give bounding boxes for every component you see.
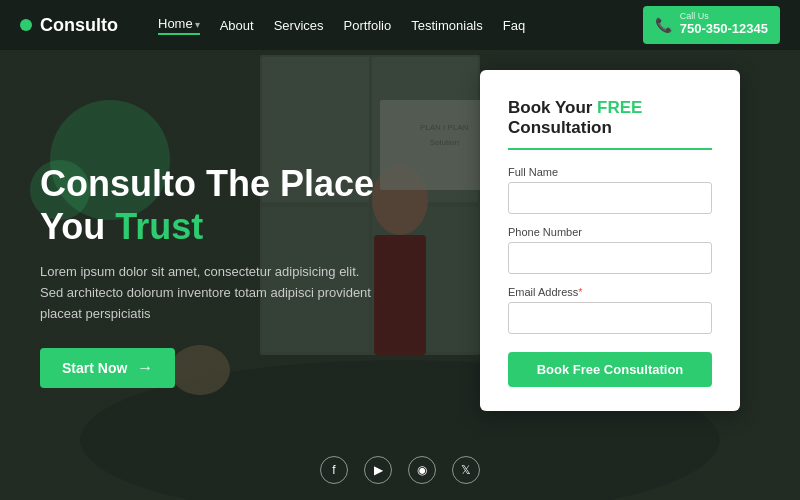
- card-title-prefix: Book Your: [508, 98, 597, 117]
- nav-portfolio[interactable]: Portfolio: [344, 18, 392, 33]
- email-group: Email Address*: [508, 286, 712, 334]
- arrow-icon: →: [137, 359, 153, 377]
- logo-text: Consulto: [40, 15, 118, 36]
- nav-links: Home▾ About Services Portfolio Testimoni…: [158, 16, 525, 35]
- phone-number: 750-350-12345: [680, 21, 768, 38]
- email-label: Email Address*: [508, 286, 712, 298]
- card-title-free: FREE: [597, 98, 642, 117]
- hero-title-line1: Consulto The Place: [40, 163, 374, 204]
- nav-services[interactable]: Services: [274, 18, 324, 33]
- hero-content: Consulto The Place You Trust Lorem ipsum…: [40, 162, 460, 389]
- youtube-icon[interactable]: ▶: [364, 456, 392, 484]
- nav-testimonials[interactable]: Testimonials: [411, 18, 483, 33]
- logo-dot: [20, 19, 32, 31]
- phone-input[interactable]: [508, 242, 712, 274]
- phone-icon: 📞: [655, 17, 672, 33]
- footer-social: f ▶ ◉ 𝕏: [0, 456, 800, 484]
- logo[interactable]: Consulto: [20, 15, 118, 36]
- email-input[interactable]: [508, 302, 712, 334]
- phone-button[interactable]: 📞 Call Us 750-350-12345: [643, 6, 780, 44]
- phone-info: Call Us 750-350-12345: [680, 12, 768, 38]
- hero-title-trust: Trust: [115, 206, 203, 247]
- consultation-card: Book Your FREE Consultation Full Name Ph…: [480, 70, 740, 411]
- fullname-input[interactable]: [508, 182, 712, 214]
- phone-label: Call Us: [680, 12, 768, 21]
- instagram-icon[interactable]: ◉: [408, 456, 436, 484]
- card-title-suffix: Consultation: [508, 118, 612, 137]
- phone-label-form: Phone Number: [508, 226, 712, 238]
- nav-faq[interactable]: Faq: [503, 18, 525, 33]
- hero-section: Consulto The Place You Trust Lorem ipsum…: [0, 50, 800, 500]
- card-title: Book Your FREE Consultation: [508, 98, 712, 150]
- twitter-icon[interactable]: 𝕏: [452, 456, 480, 484]
- phone-group: Phone Number: [508, 226, 712, 274]
- nav-home[interactable]: Home▾: [158, 16, 200, 35]
- book-consultation-button[interactable]: Book Free Consultation: [508, 352, 712, 387]
- fullname-group: Full Name: [508, 166, 712, 214]
- fullname-label: Full Name: [508, 166, 712, 178]
- hero-title: Consulto The Place You Trust: [40, 162, 460, 248]
- start-btn-label: Start Now: [62, 360, 127, 376]
- navbar: Consulto Home▾ About Services Portfolio …: [0, 0, 800, 50]
- hero-title-line2: You: [40, 206, 115, 247]
- start-now-button[interactable]: Start Now →: [40, 348, 175, 388]
- facebook-icon[interactable]: f: [320, 456, 348, 484]
- nav-about[interactable]: About: [220, 18, 254, 33]
- hero-description: Lorem ipsum dolor sit amet, consectetur …: [40, 262, 380, 324]
